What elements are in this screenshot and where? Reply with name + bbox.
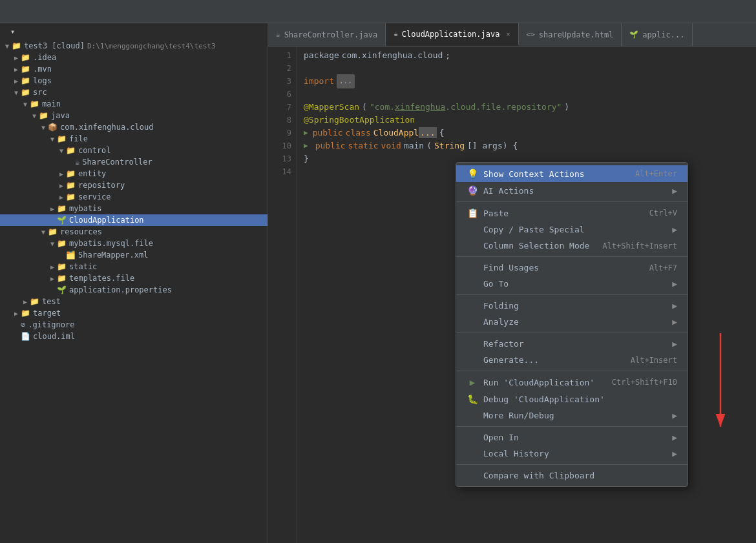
sidebar-chevron: ▾ <box>10 27 15 36</box>
menu-right-find-usages: Alt+F7 <box>649 263 677 272</box>
menu-item-paste[interactable]: 📋 Paste Ctrl+V <box>456 205 688 221</box>
tree-label-test: test <box>42 297 61 306</box>
tab-bar <box>0 0 756 23</box>
tab-share[interactable]: ☕ShareController.java <box>268 23 386 46</box>
menu-arrow-local-history: ▶ <box>672 449 677 458</box>
tree-item-main[interactable]: ▼ 📁 main <box>0 98 268 110</box>
tree-icon-logs: 📁 <box>21 76 30 85</box>
menu-right-local-history: ▶ <box>667 449 677 458</box>
tree-item-java[interactable]: ▼ 📁 java <box>0 110 268 121</box>
menu-item-copy-paste-special[interactable]: Copy / Paste Special ▶ <box>456 221 688 238</box>
tree-item-appprops[interactable]: 🌱 application.properties <box>0 284 268 296</box>
tree-label-static: static <box>69 262 97 271</box>
tree-arrow-idea: ▶ <box>12 54 21 61</box>
tree-arrow-control: ▼ <box>57 147 66 154</box>
menu-item-go-to[interactable]: Go To ▶ <box>456 276 688 292</box>
tree-item-com[interactable]: ▼ 📦 com.xinfenghua.cloud <box>0 121 268 133</box>
line-num-6: 6 <box>268 88 291 101</box>
tree-item-src[interactable]: ▼ 📁 src <box>0 87 268 98</box>
menu-item-refactor[interactable]: Refactor ▶ <box>456 336 688 352</box>
menu-shortcut-run-cloud: Ctrl+Shift+F10 <box>612 378 677 387</box>
tree-item-sharemapper[interactable]: 🗂️ ShareMapper.xml <box>0 249 268 261</box>
menu-right-copy-paste-special: ▶ <box>667 225 677 234</box>
menu-item-open-in[interactable]: Open In ▶ <box>456 429 688 446</box>
menu-label-ai-actions: AI Actions <box>483 186 534 196</box>
tab-close-cloud[interactable]: ✕ <box>506 30 510 37</box>
menu-sep-sep3 <box>456 294 688 295</box>
menu-item-more-run[interactable]: More Run/Debug ▶ <box>456 407 688 424</box>
tab-icon-cloud: ☕ <box>394 30 398 38</box>
tree-label-main: main <box>42 99 61 108</box>
menu-label-show-context: Show Context Actions <box>483 169 585 179</box>
tree-label-src: src <box>33 88 47 97</box>
code-line-9: ▶public class CloudAppl... { <box>304 127 756 139</box>
menu-item-find-usages[interactable]: Find Usages Alt+F7 <box>456 260 688 276</box>
menu-label-analyze: Analyze <box>483 317 519 327</box>
tree-icon-control: 📁 <box>66 146 76 155</box>
tree-item-repository[interactable]: ▶ 📁 repository <box>0 179 268 191</box>
tree-item-sharecontroller[interactable]: ☕ ShareController <box>0 156 268 168</box>
sidebar-header: ▾ <box>0 23 268 40</box>
tree-item-gitignore[interactable]: ⊘ .gitignore <box>0 319 268 331</box>
menu-left-ai-actions: 🔮 AI Actions <box>467 185 534 196</box>
menu-item-generate[interactable]: Generate... Alt+Insert <box>456 352 688 368</box>
line-num-13: 13 <box>268 152 291 165</box>
tree-item-templates[interactable]: ▶ 📁 templates.file <box>0 272 268 284</box>
menu-left-show-context: 💡 Show Context Actions <box>467 169 585 179</box>
sidebar: ▾ ▼ 📁 test3 [cloud] D:\1\menggongchang\t… <box>0 23 268 543</box>
menu-item-local-history[interactable]: Local History ▶ <box>456 446 688 462</box>
tree-item-cloudiml[interactable]: 📄 cloud.iml <box>0 331 268 342</box>
menu-shortcut-show-context: Alt+Enter <box>635 169 677 178</box>
menu-arrow-copy-paste-special: ▶ <box>672 225 677 234</box>
tree-item-file[interactable]: ▼ 📁 file <box>0 133 268 145</box>
tree-item-test[interactable]: ▶ 📁 test <box>0 296 268 307</box>
tree-arrow-main: ▼ <box>21 101 30 108</box>
code-line-6 <box>304 88 756 101</box>
tree-label-mybatis: mybatis <box>69 204 102 213</box>
menu-item-folding[interactable]: Folding ▶ <box>456 298 688 314</box>
tab-appli[interactable]: 🌱applic... <box>622 23 693 46</box>
line-num-10: 10 <box>268 139 291 152</box>
tree-item-root[interactable]: ▼ 📁 test3 [cloud] D:\1\menggongchang\tes… <box>0 40 268 52</box>
tree-item-target[interactable]: ▶ 📁 target <box>0 307 268 319</box>
menu-item-analyze[interactable]: Analyze ▶ <box>456 314 688 330</box>
tree-label-resources: resources <box>60 227 102 236</box>
tree-item-service[interactable]: ▶ 📁 service <box>0 191 268 203</box>
menu-icon-ai-actions: 🔮 <box>467 185 478 196</box>
tree-item-idea[interactable]: ▶ 📁 .idea <box>0 52 268 63</box>
tree-item-mvn[interactable]: ▶ 📁 .mvn <box>0 63 268 75</box>
tree-item-cloudapp[interactable]: 🌱 CloudApplication <box>0 214 268 226</box>
menu-item-ai-actions[interactable]: 🔮 AI Actions ▶ <box>456 182 688 199</box>
tree-label-target: target <box>33 309 61 318</box>
tab-icon-html: <> <box>527 30 535 39</box>
tree-arrow-java: ▼ <box>30 112 39 119</box>
tree-arrow-mybatismysql: ▼ <box>48 240 57 247</box>
tree-item-mybatismysql[interactable]: ▼ 📁 mybatis.mysql.file <box>0 238 268 249</box>
menu-left-find-usages: Find Usages <box>467 263 539 272</box>
tree-label-sharecontroller: ShareController <box>82 158 152 167</box>
menu-arrow-analyze: ▶ <box>672 317 677 327</box>
menu-icon-debug-cloud: 🐛 <box>467 394 478 404</box>
menu-right-paste: Ctrl+V <box>649 209 677 218</box>
tree-item-control[interactable]: ▼ 📁 control <box>0 145 268 156</box>
tree-item-logs[interactable]: ▶ 📁 logs <box>0 75 268 87</box>
menu-item-debug-cloud[interactable]: 🐛 Debug 'CloudApplication' <box>456 391 688 407</box>
tree-item-static[interactable]: ▶ 📁 static <box>0 261 268 272</box>
menu-item-compare-clipboard[interactable]: Compare with Clipboard <box>456 467 688 484</box>
tree-icon-templates: 📁 <box>57 274 67 283</box>
tab-icon-share: ☕ <box>276 30 280 39</box>
menu-right-generate: Alt+Insert <box>631 356 677 365</box>
tree-label-idea: .idea <box>33 53 56 62</box>
menu-item-run-cloud[interactable]: ▶ Run 'CloudApplication' Ctrl+Shift+F10 <box>456 374 688 391</box>
tab-cloud[interactable]: ☕CloudApplication.java✕ <box>386 23 518 46</box>
tree-item-resources[interactable]: ▼ 📁 resources <box>0 226 268 238</box>
tab-html[interactable]: <>shareUpdate.html <box>519 23 622 46</box>
tree-icon-main: 📁 <box>30 99 39 108</box>
tree-item-mybatis[interactable]: ▶ 📁 mybatis <box>0 203 268 214</box>
menu-shortcut-generate: Alt+Insert <box>631 356 677 365</box>
menu-item-column-selection[interactable]: Column Selection Mode Alt+Shift+Insert <box>456 238 688 254</box>
menu-item-show-context[interactable]: 💡 Show Context Actions Alt+Enter <box>456 165 688 182</box>
tree-icon-resources: 📁 <box>48 227 58 236</box>
menu-sep-sep2 <box>456 256 688 257</box>
tree-item-entity[interactable]: ▶ 📁 entity <box>0 168 268 179</box>
